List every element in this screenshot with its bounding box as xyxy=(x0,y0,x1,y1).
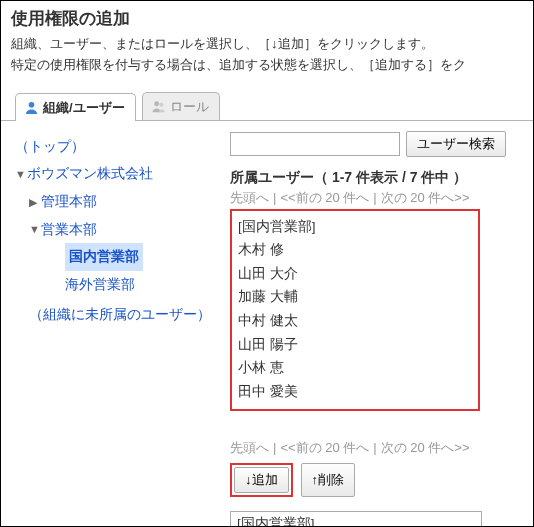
desc-line-1: 組織、ユーザー、またはロールを選択し、［↓追加］をクリックします。 xyxy=(11,36,434,51)
pager-bottom-first[interactable]: 先頭へ xyxy=(230,440,269,455)
search-input[interactable] xyxy=(230,132,400,156)
pager-top-next[interactable]: 次の 20 件へ>> xyxy=(381,190,470,205)
pager-top-first[interactable]: 先頭へ xyxy=(230,190,269,205)
user-list-heading: 所属ユーザー（ 1-7 件表示 / 7 件中 ） xyxy=(230,169,525,187)
add-button[interactable]: ↓追加 xyxy=(234,467,289,493)
svg-point-2 xyxy=(159,103,163,107)
tree-company[interactable]: ボウズマン株式会社 xyxy=(27,160,153,188)
list-item[interactable]: 加藤 大輔 xyxy=(238,285,472,309)
list-item[interactable]: 山田 大介 xyxy=(238,262,472,286)
list-item[interactable]: 山田 陽子 xyxy=(238,333,472,357)
org-tree: （トップ） ▼ボウズマン株式会社 ▶管理本部 ▼営業本部 国内営業部 海外営業部… xyxy=(1,121,226,524)
pager-bottom: 先頭へ|<<前の 20 件へ|次の 20 件へ>> xyxy=(230,439,525,457)
tabs: 組織/ユーザー ロール xyxy=(1,92,533,121)
tab-role[interactable]: ロール xyxy=(142,92,220,120)
tab-org-user[interactable]: 組織/ユーザー xyxy=(15,93,136,121)
list-item[interactable]: 田中 愛美 xyxy=(238,380,472,404)
caret-down-icon[interactable]: ▼ xyxy=(29,218,39,241)
user-list-box: [国内営業部] 木村 修 山田 大介 加藤 大輔 中村 健太 山田 陽子 小林 … xyxy=(230,209,480,411)
add-button-highlight: ↓追加 xyxy=(230,463,293,497)
added-list-box: [国内営業部] xyxy=(230,511,482,527)
tree-top[interactable]: （トップ） xyxy=(15,133,85,161)
tab-role-label: ロール xyxy=(170,98,209,116)
tree-sales[interactable]: 営業本部 xyxy=(41,216,97,244)
pager-bottom-next[interactable]: 次の 20 件へ>> xyxy=(381,440,470,455)
caret-down-icon[interactable]: ▼ xyxy=(15,163,25,186)
svg-point-0 xyxy=(29,102,35,108)
pager-top-prev[interactable]: <<前の 20 件へ xyxy=(280,190,369,205)
tree-unassigned[interactable]: （組織に未所属のユーザー） xyxy=(29,301,211,329)
tree-management[interactable]: 管理本部 xyxy=(41,188,97,216)
list-item[interactable]: 小林 恵 xyxy=(238,356,472,380)
added-item[interactable]: [国内営業部] xyxy=(237,515,475,527)
tab-org-user-label: 組織/ユーザー xyxy=(43,99,125,117)
desc-line-2: 特定の使用権限を付与する場合は、追加する状態を選択し、［追加する］をク xyxy=(11,57,466,72)
list-item[interactable]: 木村 修 xyxy=(238,238,472,262)
list-item[interactable]: 中村 健太 xyxy=(238,309,472,333)
tree-overseas[interactable]: 海外営業部 xyxy=(65,271,135,299)
pager-bottom-prev[interactable]: <<前の 20 件へ xyxy=(280,440,369,455)
user-list-group[interactable]: [国内営業部] xyxy=(238,215,472,239)
tree-domestic-selected[interactable]: 国内営業部 xyxy=(65,243,143,271)
page-title: 使用権限の追加 xyxy=(11,7,523,30)
svg-point-1 xyxy=(154,101,159,106)
pager-top: 先頭へ|<<前の 20 件へ|次の 20 件へ>> xyxy=(230,189,525,207)
page-description: 組織、ユーザー、またはロールを選択し、［↓追加］をクリックします。 特定の使用権… xyxy=(11,34,523,76)
remove-button[interactable]: ↑削除 xyxy=(301,463,356,497)
user-search-button[interactable]: ユーザー検索 xyxy=(406,131,506,157)
caret-right-icon[interactable]: ▶ xyxy=(29,191,39,214)
person-icon xyxy=(24,100,39,115)
people-icon xyxy=(151,99,166,114)
